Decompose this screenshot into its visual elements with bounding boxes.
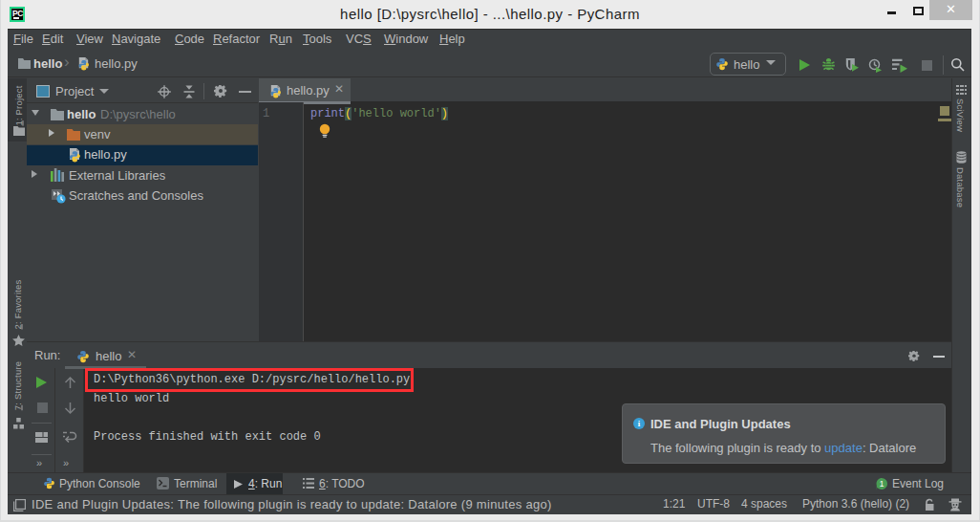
svg-text:1: 1 xyxy=(880,479,884,489)
